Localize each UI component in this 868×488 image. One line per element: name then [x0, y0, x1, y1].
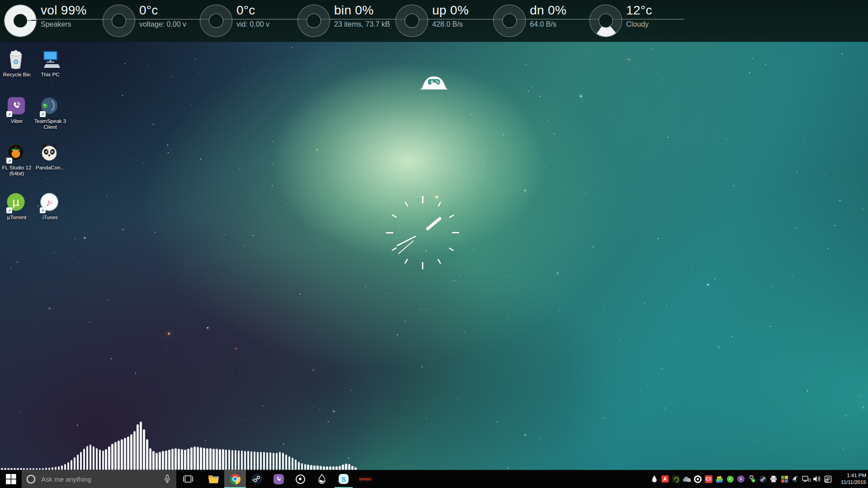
star: [98, 296, 99, 296]
visualizer-bar: [304, 464, 307, 470]
star: [803, 295, 804, 296]
star: [350, 390, 351, 391]
desktop-icon-viber[interactable]: ↗: [6, 96, 27, 117]
star: [239, 169, 240, 169]
visualizer-bar: [58, 466, 60, 470]
desktop-icon-recycle-bin[interactable]: ♻: [6, 50, 27, 70]
star: [238, 322, 238, 322]
microphone-icon[interactable]: [162, 474, 172, 486]
tray-onedrive-clouds-icon[interactable]: [682, 474, 691, 483]
desktop-icon-utorrent[interactable]: µ↗: [6, 192, 27, 213]
star: [540, 96, 540, 96]
tray-viber-icon[interactable]: [736, 474, 745, 483]
visualizer-bar: [298, 462, 300, 470]
visualizer-bar: [184, 450, 186, 470]
tray-printer-icon[interactable]: [769, 474, 778, 483]
bright-star: [235, 348, 236, 349]
tray-nvidia-icon[interactable]: [671, 474, 680, 483]
tray-amd-gaming-icon[interactable]: [704, 474, 713, 483]
star: [863, 209, 863, 210]
star: [659, 136, 660, 137]
star: [572, 162, 573, 163]
tray-volume-icon[interactable]: [812, 474, 821, 483]
star: [10, 267, 11, 268]
star: [47, 178, 47, 179]
star: [207, 327, 208, 328]
star: [503, 135, 504, 135]
visualizer-bar: [257, 452, 259, 470]
star: [51, 84, 52, 85]
star: [39, 302, 40, 303]
tray-usb-eject-icon[interactable]: [747, 474, 756, 483]
star: [330, 246, 330, 247]
star: [698, 228, 698, 228]
star: [335, 128, 335, 128]
start-button[interactable]: [0, 470, 22, 488]
tray-adobe-cc-icon[interactable]: A: [660, 474, 670, 483]
clock-tick: [452, 232, 459, 233]
desktop-icon-fl-studio[interactable]: ↗: [6, 143, 27, 164]
taskbar-app-viber[interactable]: [268, 470, 289, 488]
taskbar-app-chrome[interactable]: [224, 470, 246, 488]
desktop-icon-this-pc[interactable]: [40, 50, 61, 70]
taskbar-app-skype[interactable]: S: [333, 470, 354, 488]
visualizer-bar: [80, 452, 82, 470]
audio-visualizer: [1, 419, 357, 470]
star: [584, 85, 584, 86]
search-input[interactable]: Ask me anything: [22, 470, 176, 488]
visualizer-bar: [146, 439, 148, 470]
tray-satellite-dish-icon[interactable]: [791, 474, 800, 483]
star: [525, 64, 526, 65]
star: [342, 95, 343, 95]
visualizer-bar: [273, 453, 275, 470]
visualizer-bar: [165, 450, 167, 470]
star: [508, 147, 508, 147]
star: [464, 332, 464, 333]
desktop-icon-panda[interactable]: [40, 143, 61, 164]
tray-bluestacks-icon[interactable]: [715, 474, 724, 483]
star: [751, 430, 751, 431]
system-clock[interactable]: 1:41 PM 11/11/2015: [826, 472, 866, 486]
tray-steam-icon[interactable]: [758, 474, 767, 483]
desktop-icon-label: TeamSpeak 3 Client: [30, 118, 71, 130]
visualizer-bar: [307, 465, 309, 470]
desktop-icon-itunes[interactable]: ♪♪↗: [40, 192, 61, 213]
tray-avg-icon[interactable]: [780, 474, 789, 483]
task-view-button[interactable]: [177, 470, 199, 488]
star: [457, 445, 458, 445]
taskbar-app-rainmeter-drop[interactable]: [311, 470, 333, 488]
star: [603, 418, 604, 418]
gamepad-badge[interactable]: [418, 74, 450, 90]
tray-record-ring-icon[interactable]: [693, 474, 702, 483]
visualizer-bar: [127, 436, 129, 470]
star: [669, 119, 670, 120]
tray-network-icon[interactable]: [802, 474, 811, 483]
taskbar-app-file-explorer[interactable]: [203, 470, 224, 488]
bright-star: [580, 95, 582, 97]
star: [49, 308, 50, 309]
desktop-icon-teamspeak[interactable]: ↗: [40, 96, 61, 117]
taskbar-app-music-player[interactable]: [289, 470, 311, 488]
visualizer-bar: [67, 462, 70, 470]
tray-green-check-icon[interactable]: ✓: [726, 474, 735, 483]
visualizer-bar: [231, 450, 234, 470]
tray-rainmeter-icon[interactable]: [650, 474, 659, 483]
star: [180, 278, 180, 278]
star: [528, 91, 528, 91]
star: [633, 340, 634, 340]
star: [692, 265, 692, 266]
gauge-sublabel: 64.0 B/s: [530, 20, 566, 28]
desktop-icon-label: iTunes: [30, 215, 71, 221]
visualizer-bar: [219, 449, 221, 470]
star: [460, 276, 460, 276]
taskbar-app-steam[interactable]: [246, 470, 268, 488]
gauge-sublabel: Speakers: [41, 20, 87, 28]
star: [615, 47, 616, 48]
visualizer-bar: [222, 449, 224, 470]
star: [319, 328, 320, 328]
star: [644, 303, 645, 304]
taskbar-app-grid2[interactable]: GRID2: [354, 470, 376, 488]
star: [764, 52, 764, 53]
visualizer-bar: [93, 446, 95, 470]
grid2-icon: GRID2: [359, 476, 372, 482]
